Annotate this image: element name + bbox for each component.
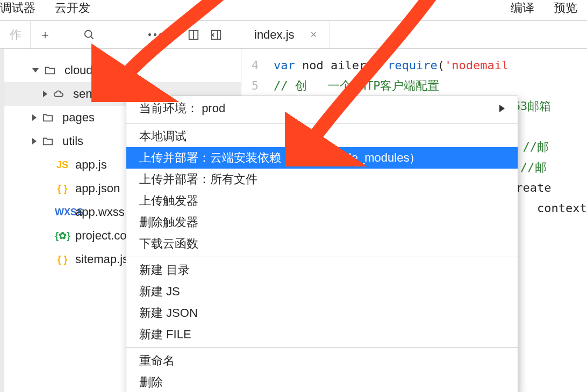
- search-icon[interactable]: [78, 24, 101, 46]
- wxss-icon: WXSS: [55, 207, 70, 218]
- folder-icon: [42, 135, 57, 147]
- code-text: // 创 一个SMTP客户端配置: [274, 76, 587, 96]
- ctx-item[interactable]: 下载云函数: [126, 233, 518, 255]
- tree-label: project.co: [75, 229, 126, 243]
- menubar: 调试器 云开发 编译 预览: [0, 0, 587, 18]
- tabbar: index.js ×: [241, 21, 587, 49]
- chevron-right-icon: [32, 114, 37, 121]
- tree-label: app.js: [75, 158, 107, 172]
- close-icon[interactable]: ×: [311, 28, 317, 41]
- ctx-separator: [126, 257, 518, 257]
- json-icon: { }: [55, 254, 70, 265]
- cloud-function-icon: [53, 88, 68, 100]
- ctx-env-label: 当前环境：: [139, 101, 198, 115]
- tree-label: utils: [62, 134, 83, 148]
- tab-indexjs[interactable]: index.js ×: [241, 21, 330, 49]
- ctx-item[interactable]: 新建 JS: [126, 281, 518, 302]
- code-line: 5// 创 一个SMTP客户端配置: [241, 76, 587, 96]
- code-text: var nod ailer = require('nodemail: [274, 55, 587, 76]
- ctx-item[interactable]: 新建 FILE: [126, 324, 518, 345]
- ctx-item[interactable]: 新建 JSON: [126, 302, 518, 324]
- more-icon[interactable]: [144, 24, 166, 46]
- chevron-right-icon: [43, 91, 47, 97]
- svg-point-0: [85, 30, 92, 37]
- toolbar-sep-1: [30, 21, 31, 48]
- ctx-item[interactable]: 重命名: [126, 350, 518, 372]
- folder-icon: [42, 112, 57, 124]
- tree-label: app.wxss: [75, 205, 125, 219]
- menu-cloud-dev[interactable]: 云开发: [45, 0, 100, 16]
- ctx-item[interactable]: 删除触发器: [126, 212, 518, 233]
- js-icon: JS: [55, 159, 70, 171]
- ctx-separator: [126, 123, 518, 124]
- code-line: 4var nod ailer = require('nodemail: [241, 55, 587, 76]
- tree-folder-cloud[interactable]: cloud | p: [4, 59, 241, 82]
- menu-preview[interactable]: 预览: [544, 0, 587, 16]
- context-menu: 当前环境： prod 本地调试上传并部署：云端安装依赖（不上传 node_mod…: [126, 96, 518, 392]
- svg-rect-4: [212, 30, 221, 39]
- tree-label: cloud | p: [65, 63, 109, 77]
- folder-icon: [44, 64, 59, 76]
- tree-label: app.json: [75, 182, 120, 195]
- menu-debugger[interactable]: 调试器: [0, 0, 45, 16]
- toolbar-add-button[interactable]: ＋: [34, 24, 56, 46]
- toolbar-actions[interactable]: 作: [4, 24, 27, 46]
- split-default-icon[interactable]: [182, 24, 205, 46]
- line-number: 4: [241, 55, 274, 76]
- ctx-item[interactable]: 上传并部署：所有文件: [126, 169, 518, 190]
- ctx-item[interactable]: 上传触发器: [126, 190, 518, 212]
- proj-icon: {✿}: [55, 230, 70, 242]
- line-number: 5: [241, 76, 274, 96]
- ctx-item[interactable]: 删除: [126, 372, 518, 392]
- ctx-item[interactable]: 本地调试: [126, 126, 518, 147]
- ctx-env-value: prod: [202, 101, 225, 115]
- chevron-right-icon: [499, 105, 505, 112]
- ctx-env-header[interactable]: 当前环境： prod: [126, 96, 518, 121]
- ctx-item[interactable]: 上传并部署：云端安装依赖（不上传 node_modules）: [126, 147, 518, 169]
- chevron-down-icon: [32, 68, 39, 72]
- ctx-separator: [126, 347, 518, 348]
- menu-compile[interactable]: 编译: [511, 0, 544, 16]
- tree-label: sendEm: [73, 87, 117, 101]
- gutter: [0, 49, 4, 392]
- tree-label: sitemap.js: [75, 252, 128, 266]
- chevron-right-icon: [32, 138, 37, 144]
- tab-label: index.js: [254, 28, 295, 42]
- split-right-icon[interactable]: [205, 24, 227, 46]
- ctx-item[interactable]: 新建 目录: [126, 259, 518, 281]
- svg-line-1: [91, 36, 94, 39]
- json-icon: { }: [55, 183, 70, 194]
- tree-label: pages: [62, 111, 95, 125]
